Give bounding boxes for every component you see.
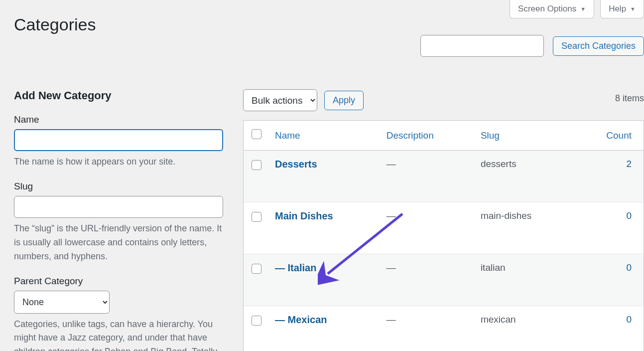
item-count: 8 items [615,93,644,104]
category-count-link[interactable]: 0 [626,314,632,325]
category-name: Desserts [275,159,317,170]
name-input[interactable] [14,129,223,151]
category-name-link[interactable]: — Mexican [275,314,327,325]
table-row: — Mexican—mexican0 [244,306,644,351]
help-tab[interactable]: Help ▼ [600,0,644,18]
help-label: Help [609,4,626,14]
bulk-actions-select[interactable]: Bulk actions [243,89,317,111]
chevron-down-icon: ▼ [580,6,586,12]
category-count-link[interactable]: 0 [626,210,632,221]
slug-input[interactable] [14,196,223,218]
category-name: Mexican [288,314,327,325]
apply-button[interactable]: Apply [324,91,364,110]
parent-category-select[interactable]: None [14,291,110,314]
category-name: Main Dishes [275,210,333,221]
slug-help-text: The “slug” is the URL-friendly version o… [14,222,222,264]
row-checkbox[interactable] [252,212,261,222]
search-categories-button[interactable]: Search Categories [553,36,644,56]
category-name-link[interactable]: Main Dishes [275,210,333,221]
categories-table: Name Description Slug Count Desserts—des… [243,120,644,351]
name-field-label: Name [14,114,223,125]
chevron-down-icon: ▼ [630,6,636,12]
parent-category-label: Parent Category [14,276,223,287]
category-description: — [381,254,475,306]
category-description: — [381,306,475,351]
row-checkbox[interactable] [252,316,261,326]
category-name-link[interactable]: Desserts [275,159,317,170]
category-slug: mexican [475,306,575,351]
search-input[interactable] [420,35,544,57]
screen-options-tab[interactable]: Screen Options ▼ [510,0,594,18]
table-row: Desserts—desserts2 [244,151,644,202]
table-row: Main Dishes—main-dishes0 [244,202,644,254]
category-slug: desserts [475,151,575,202]
category-name-link[interactable]: — Italian [275,262,316,273]
column-header-count[interactable]: Count [575,121,644,151]
select-all-checkbox[interactable] [252,129,261,139]
hierarchy-prefix: — [275,262,288,273]
category-count-link[interactable]: 2 [626,159,632,169]
category-slug: italian [475,254,575,306]
add-new-category-heading: Add New Category [14,89,223,102]
parent-help-text: Categories, unlike tags, can have a hier… [14,318,222,351]
table-row: — Italian—italian0 [244,254,644,306]
hierarchy-prefix: — [275,314,288,325]
row-checkbox[interactable] [252,264,261,274]
category-description: — [381,202,475,254]
category-slug: main-dishes [475,202,575,254]
column-header-name[interactable]: Name [269,121,381,151]
name-help-text: The name is how it appears on your site. [14,155,222,169]
row-checkbox[interactable] [252,160,261,170]
screen-options-label: Screen Options [518,4,576,14]
category-name: Italian [288,262,317,273]
column-header-description[interactable]: Description [381,121,475,151]
category-count-link[interactable]: 0 [626,262,632,273]
column-header-slug[interactable]: Slug [475,121,575,151]
slug-field-label: Slug [14,181,223,192]
category-description: — [381,151,475,202]
